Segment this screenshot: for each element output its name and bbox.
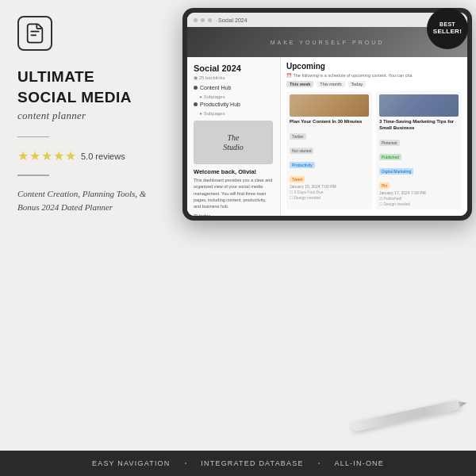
notion-logo — [17, 16, 52, 51]
left-panel: ULTIMATE SOCIAL MEDIA content planner ★★… — [0, 0, 167, 476]
nav-label-1: Content Hub — [200, 85, 231, 90]
header-banner: MAKE YOURSELF Proud — [187, 27, 467, 57]
card-1-tag-category: Productivity — [290, 162, 315, 168]
browser-title: Social 2024 — [218, 17, 248, 23]
card-1-tag-platform: Twitter — [290, 133, 306, 140]
reviews-count: 5.0 reviews — [81, 152, 125, 161]
nav-dot-2 — [194, 102, 198, 106]
tablet-area: Social 2024 MAKE YOURSELF Proud Social 2… — [167, 0, 476, 451]
card-2-title: 3 Time-Saving Marketing Tips for Small B… — [379, 119, 459, 132]
card-1-bg — [290, 94, 369, 117]
bottom-item-2: Integrated Database — [201, 459, 303, 467]
best-seller-badge: BEST Seller! — [427, 8, 468, 49]
filter-today[interactable]: Today — [348, 81, 367, 87]
divider-1 — [17, 136, 49, 138]
card-1-tag-type: Tweet — [290, 176, 305, 182]
studio-line1: The — [228, 133, 240, 142]
badge-line2: Seller! — [433, 28, 462, 36]
nav-sub-2[interactable]: ▸ Subpages — [200, 110, 274, 116]
divider-2 — [17, 175, 49, 176]
content-card-2[interactable]: 3 Time-Saving Marketing Tips for Small B… — [376, 91, 462, 209]
banner-overlay-text: MAKE YOURSELF Proud — [271, 40, 385, 45]
notion-main: Upcoming ⏰ The following is a schedule o… — [281, 57, 467, 216]
studio-line2: Studio — [223, 143, 244, 152]
page-title: Social 2024 — [194, 63, 274, 73]
card-1-date: January 15, 2024 7:00 PM — [290, 184, 369, 189]
main-title-line1: ULTIMATE — [17, 68, 149, 86]
tablet-content: Social 2024 ◉ 25 backlinks Content Hub ▸… — [187, 57, 467, 216]
filter-row: This week This month Today — [286, 81, 462, 87]
content-cards-row: Plan Your Content In 30 Minutes Twitter … — [286, 91, 462, 209]
upcoming-section-title: Upcoming — [286, 62, 462, 71]
nav-sub-1[interactable]: ▸ Subpages — [200, 94, 274, 99]
card-2-tag-platform: Pinterest — [379, 140, 400, 146]
traffic-light-1 — [194, 18, 198, 22]
card-1-image — [290, 94, 369, 117]
card-2-status: ☑ Published! — [379, 196, 459, 201]
filter-this-week[interactable]: This week — [286, 81, 313, 87]
bottom-dot-2: • — [318, 460, 321, 467]
bottom-item-1: Easy Navigation — [92, 459, 171, 467]
card-1-due: ☐ 3 Days Fast Due — [290, 190, 369, 194]
card-2-tag-status: Published — [379, 154, 401, 160]
badge-line1: BEST — [440, 21, 455, 28]
card-2-tag-type: Pin — [379, 182, 390, 189]
nav-dot-1 — [194, 86, 198, 90]
backlinks: ◉ 25 backlinks — [194, 75, 274, 80]
card-1-tag-status: Not started — [290, 148, 313, 154]
tablet-device: Social 2024 MAKE YOURSELF Proud Social 2… — [182, 8, 472, 221]
upcoming-description: ⏰ The following is a schedule of upcomin… — [286, 73, 462, 78]
star-icons: ★★★★★ — [17, 148, 77, 163]
subtitle: content planner — [17, 109, 149, 122]
index-link[interactable]: ⊞ Index — [194, 213, 274, 216]
filter-this-month[interactable]: This month — [317, 81, 344, 87]
stars-row: ★★★★★ 5.0 reviews — [17, 148, 149, 163]
studio-text: The Studio — [223, 133, 244, 152]
description-text: Content Creation, Planning Tools, & Bonu… — [17, 187, 149, 215]
notion-sidebar: Social 2024 ◉ 25 backlinks Content Hub ▸… — [187, 57, 281, 216]
card-1-title: Plan Your Content In 30 Minutes — [290, 119, 369, 125]
main-title-line2: SOCIAL MEDIA — [17, 89, 149, 106]
traffic-light-3 — [208, 18, 212, 22]
bottom-bar: Easy Navigation • Integrated Database • … — [0, 451, 476, 476]
card-2-image — [379, 94, 459, 117]
card-2-bg — [379, 94, 459, 117]
traffic-light-2 — [201, 18, 205, 22]
stylus-tip — [459, 400, 467, 408]
card-2-date: January 17, 2024 7:00 PM — [379, 190, 459, 195]
stylus — [351, 400, 461, 432]
card-1-check: ☐ Design needed — [290, 195, 369, 200]
nav-item-content-hub[interactable]: Content Hub — [194, 85, 274, 90]
studio-thumbnail: The Studio — [194, 121, 273, 164]
card-2-check: ☐ Design needed — [379, 202, 459, 206]
bottom-dot-1: • — [185, 460, 187, 467]
card-2-tag-category: Digital Marketing — [379, 168, 413, 175]
nav-label-2: Productivity Hub — [200, 102, 240, 107]
browser-topbar: Social 2024 — [187, 13, 467, 27]
bottom-item-3: All-in-One — [334, 459, 384, 467]
tablet-screen: Social 2024 MAKE YOURSELF Proud Social 2… — [187, 13, 467, 216]
nav-item-productivity-hub[interactable]: Productivity Hub — [194, 102, 274, 107]
content-card-1[interactable]: Plan Your Content In 30 Minutes Twitter … — [286, 91, 372, 209]
welcome-desc: This dashboard provides you a clear and … — [194, 177, 274, 209]
welcome-title: Welcome back, Olivia! — [194, 168, 274, 175]
